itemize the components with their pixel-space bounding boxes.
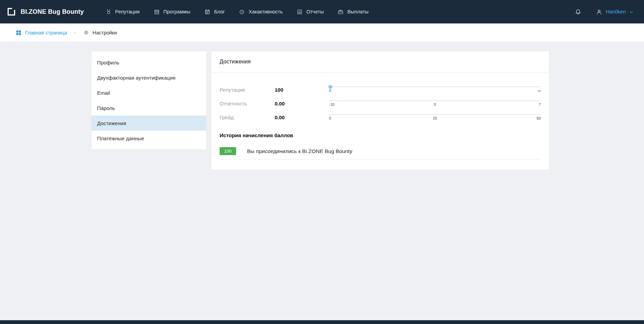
stat-row-reputation: Репутация 100 0 ∞ (220, 83, 541, 97)
nav-item-label: Программы (163, 9, 190, 14)
footer-strip (0, 320, 644, 324)
nav-item-blog[interactable]: Блог (204, 9, 225, 15)
stat-value: 100 (275, 87, 329, 93)
menu-item-label: Email (97, 90, 110, 96)
stat-label: Грейд (220, 114, 275, 120)
main-content: Профиль Двухфакторная аутентификация Ema… (0, 42, 644, 170)
slider-track (329, 100, 541, 101)
menu-item-label: Профиль (97, 60, 119, 65)
chevron-down-icon (629, 9, 634, 14)
grid-home-icon (15, 29, 22, 36)
menu-item-achievements[interactable]: Достижения (92, 115, 206, 131)
history-section-title: История начисления баллов (220, 132, 541, 138)
stat-label: Репутация (220, 87, 275, 93)
slider-ticks: -10 0 7 (329, 102, 541, 107)
tick-min: -10 (329, 102, 335, 107)
slider-dot (328, 85, 332, 89)
menu-item-label: Двухфакторная аутентификация (97, 75, 176, 81)
user-menu[interactable]: Han0ken (595, 8, 634, 16)
slider-track (329, 114, 541, 115)
menu-item-payment-data[interactable]: Платежные данные (92, 131, 206, 146)
stat-label: Отчетность (220, 101, 275, 107)
slider-ticks: 0 25 50 (329, 116, 541, 120)
slider-ticks: 0 ∞ (329, 89, 541, 93)
settings-menu: Профиль Двухфакторная аутентификация Ema… (91, 51, 207, 150)
menu-item-email[interactable]: Email (92, 85, 206, 100)
menu-item-profile[interactable]: Профиль (92, 55, 206, 70)
main-nav: Репутация Программы Блог Хакактивность О… (105, 9, 369, 15)
nav-item-label: Репутация (115, 9, 140, 14)
menu-item-label: Пароль (97, 105, 115, 111)
history-text: Вы присоединились к Bi.ZONE Bug Bounty (247, 148, 352, 154)
breadcrumb-home-link[interactable]: Главная страница (15, 29, 67, 36)
reporting-slider: -10 0 7 (329, 100, 541, 107)
breadcrumb-current-label: Настройки (93, 30, 117, 36)
achievements-header: Достижения (211, 51, 549, 72)
briefcase-icon (337, 9, 344, 15)
menu-item-label: Достижения (97, 120, 126, 126)
reputation-slider: 0 ∞ (329, 87, 541, 93)
achievements-body: Репутация 100 0 ∞ Отчетность 0.00 (211, 72, 549, 170)
breadcrumb: Главная страница Настройки (0, 23, 644, 42)
bar-chart-icon (296, 9, 303, 15)
nav-item-reports[interactable]: Отчеты (296, 9, 324, 15)
menu-item-password[interactable]: Пароль (92, 100, 206, 115)
tick-min: 0 (329, 89, 331, 93)
tick-max: ∞ (538, 89, 541, 93)
notifications-bell-icon[interactable] (574, 8, 582, 16)
achievements-card: Достижения Репутация 100 0 ∞ От (211, 51, 549, 170)
page-title: Достижения (220, 59, 251, 64)
grade-slider: 0 25 50 (329, 114, 541, 120)
menu-item-label: Платежные данные (97, 135, 144, 141)
top-navbar: BI.ZONE Bug Bounty Репутация Программы Б… (0, 0, 644, 23)
nav-item-label: Блог (214, 9, 225, 14)
stat-value: 0.00 (275, 114, 329, 120)
user-icon (595, 8, 603, 16)
breadcrumb-home-label: Главная страница (25, 30, 67, 36)
nav-item-label: Выплаты (347, 9, 368, 14)
history-row: 100 Вы присоединились к Bi.ZONE Bug Boun… (220, 147, 541, 160)
nav-item-hackactivity[interactable]: Хакактивность (239, 9, 283, 15)
nav-item-label: Хакактивность (249, 9, 283, 14)
points-badge: 100 (220, 147, 236, 155)
tick-min: 0 (329, 116, 331, 120)
slider-track (329, 87, 541, 87)
history-clock-icon (239, 9, 245, 15)
menu-item-two-factor[interactable]: Двухфакторная аутентификация (92, 70, 206, 85)
gear-icon (83, 29, 89, 36)
tick-mid: 0 (434, 102, 436, 107)
tick-mid: 25 (433, 116, 437, 120)
tick-max: 50 (537, 116, 541, 120)
calendar-icon (204, 9, 211, 15)
building-icon (154, 9, 160, 15)
stat-row-reporting: Отчетность 0.00 -10 0 7 (220, 97, 541, 110)
brand-name: BI.ZONE Bug Bounty (21, 8, 84, 16)
stat-value: 0.00 (275, 101, 329, 107)
brand[interactable]: BI.ZONE Bug Bounty (6, 7, 84, 17)
nav-item-payments[interactable]: Выплаты (337, 9, 368, 15)
user-name: Han0ken (606, 9, 626, 14)
breadcrumb-current: Настройки (83, 29, 117, 36)
nav-item-label: Отчеты (306, 9, 324, 14)
nav-item-reputation[interactable]: Репутация (105, 9, 140, 15)
medal-icon (105, 9, 112, 15)
bizone-logo-icon (6, 7, 17, 17)
tick-max: 7 (539, 102, 541, 107)
stat-row-grade: Грейд 0.00 0 25 50 (220, 110, 541, 124)
breadcrumb-separator-icon (70, 31, 80, 35)
nav-item-programs[interactable]: Программы (154, 9, 190, 15)
navbar-right: Han0ken (574, 8, 634, 16)
